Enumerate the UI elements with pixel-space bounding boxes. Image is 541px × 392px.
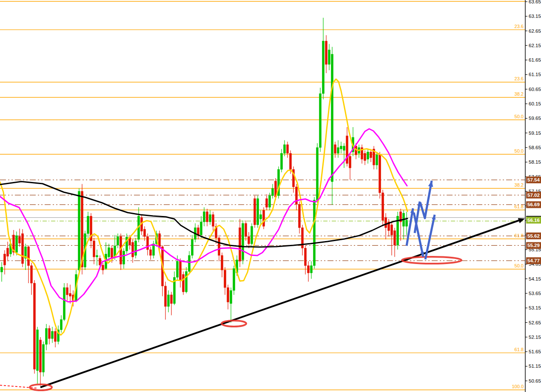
price-tag-label: 57.02: [527, 193, 540, 198]
fib-label: 50.0: [515, 148, 524, 153]
candle-down: [132, 242, 134, 257]
candle-down: [346, 136, 348, 164]
axis-label: 52.65: [529, 320, 541, 325]
candle-down: [266, 199, 268, 207]
axis-label: 59.65: [529, 116, 541, 121]
candle-up: [281, 153, 283, 170]
axis-label: 60.65: [529, 87, 541, 92]
candle-down: [111, 248, 113, 258]
candle-down: [69, 293, 71, 296]
candle-up: [135, 241, 137, 255]
candle-down: [150, 250, 152, 256]
candle-up: [257, 199, 259, 225]
axis-label: 58.65: [529, 145, 541, 150]
axis-label: 50.65: [529, 378, 541, 383]
current-tag-top-bar: [526, 216, 541, 217]
fib-label: 38.2: [515, 182, 524, 187]
price-tag-label: 56.69: [527, 202, 540, 207]
candle-down: [212, 215, 214, 226]
candle-up: [233, 269, 235, 290]
candle-up: [117, 236, 119, 245]
candle-up: [46, 328, 48, 344]
candle-down: [334, 145, 336, 153]
candle-down: [179, 261, 182, 281]
candle-down: [4, 254, 6, 265]
candle-down: [34, 283, 36, 369]
candle-up: [367, 152, 369, 159]
fib-label: 50.0: [515, 263, 524, 268]
candle-down: [93, 241, 95, 257]
candle-down: [40, 340, 42, 372]
candle-up: [1, 267, 3, 272]
candle-down: [144, 229, 146, 236]
candle-down: [224, 270, 226, 287]
candle-up: [168, 295, 170, 306]
fib-label: 50.0: [515, 114, 524, 119]
fib-label: 61.8: [515, 347, 524, 352]
candle-up: [209, 215, 211, 222]
candle-down: [227, 287, 229, 302]
candle-down: [221, 256, 223, 270]
candle-up: [242, 223, 244, 260]
candle-up: [191, 239, 194, 256]
candle-down: [182, 274, 185, 292]
candle-up: [406, 220, 408, 226]
candle-down: [54, 331, 57, 341]
candle-down: [385, 218, 387, 228]
candle-down: [171, 295, 173, 304]
axis-label: 58.15: [529, 159, 541, 165]
axis-label: 60.15: [529, 101, 541, 106]
candle-up: [203, 212, 205, 222]
axis-label: 61.65: [529, 57, 541, 62]
candle-down: [263, 210, 265, 226]
candle-up: [185, 272, 188, 292]
candle-down: [159, 233, 161, 247]
fib-label: 23.6: [515, 76, 524, 81]
candle-up: [343, 146, 345, 151]
candle-down: [349, 156, 351, 168]
price-chart[interactable]: 23.623.638.250.050.038.261.861.850.061.8…: [0, 0, 541, 392]
candle-up: [376, 155, 378, 165]
candle-up: [284, 145, 286, 153]
axis-label: 54.15: [529, 276, 541, 281]
candle-down: [102, 265, 104, 270]
axis-label: 59.15: [529, 131, 541, 136]
candle-down: [218, 238, 220, 256]
current-price-label: 56.16: [527, 218, 540, 223]
candle-up: [177, 261, 179, 278]
candle-up: [108, 247, 110, 257]
candle-up: [200, 222, 202, 235]
candle-down: [254, 199, 256, 225]
candle-down: [22, 233, 24, 264]
axis-label: 53.15: [529, 305, 541, 310]
candle-up: [251, 226, 253, 244]
axis-label: 62.65: [529, 28, 541, 34]
axis-label: 53.65: [529, 291, 541, 296]
candle-down: [31, 266, 33, 283]
candle-down: [239, 228, 241, 261]
axis-label: 61.15: [529, 72, 541, 77]
candle-down: [287, 145, 289, 153]
fib-label: 23.6: [515, 24, 524, 29]
candle-up: [78, 191, 80, 270]
fib-label: 100.0: [512, 384, 524, 389]
axis-label: 51.15: [529, 364, 541, 369]
candle-down: [248, 236, 250, 244]
candle-down: [48, 328, 51, 338]
candle-down: [296, 187, 298, 205]
candle-up: [43, 344, 45, 372]
candle-down: [66, 287, 68, 295]
candle-up: [322, 41, 325, 94]
candle-down: [305, 248, 307, 266]
axis-label: 52.15: [529, 335, 541, 340]
candle-down: [364, 153, 366, 161]
candle-up: [16, 236, 18, 253]
candle-up: [37, 330, 39, 371]
candle-up: [87, 216, 89, 233]
candle-down: [308, 266, 310, 273]
candle-up: [230, 290, 232, 304]
candle-up: [188, 256, 191, 272]
candle-up: [51, 331, 54, 338]
candle-down: [391, 225, 393, 235]
candle-down: [382, 193, 384, 220]
